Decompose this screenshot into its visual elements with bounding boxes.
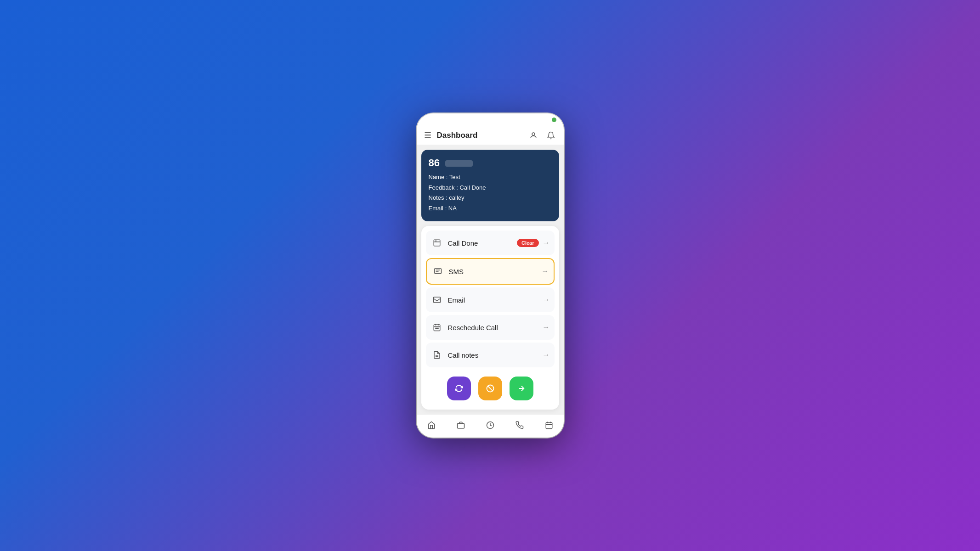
email-label: Email bbox=[448, 296, 543, 304]
phone-frame: ☰ Dashboard 86 Name : Test bbox=[417, 113, 564, 438]
reschedule-label: Reschedule Call bbox=[448, 324, 543, 332]
svg-point-0 bbox=[532, 133, 535, 135]
call-done-icon bbox=[431, 236, 443, 249]
nav-title: Dashboard bbox=[437, 131, 528, 140]
option-email[interactable]: Email → bbox=[426, 287, 555, 312]
cancel-button[interactable] bbox=[478, 377, 502, 400]
nav-history[interactable] bbox=[482, 419, 499, 431]
nav-phone[interactable] bbox=[511, 419, 528, 431]
option-call-done[interactable]: Call Done Clear → bbox=[426, 231, 555, 255]
call-done-label: Call Done bbox=[448, 239, 517, 247]
bell-icon[interactable] bbox=[545, 130, 556, 141]
menu-icon[interactable]: ☰ bbox=[424, 130, 431, 141]
bottom-nav bbox=[417, 414, 564, 438]
svg-rect-1 bbox=[434, 240, 440, 246]
status-bar bbox=[417, 113, 564, 126]
option-call-notes[interactable]: Call notes → bbox=[426, 343, 555, 367]
call-notes-arrow: → bbox=[543, 351, 550, 359]
sms-arrow: → bbox=[542, 267, 549, 276]
nav-briefcase[interactable] bbox=[452, 419, 470, 431]
email-icon bbox=[431, 293, 443, 306]
info-email: Email : NA bbox=[429, 204, 552, 213]
info-name: Name : Test bbox=[429, 173, 552, 182]
reschedule-icon bbox=[431, 321, 443, 334]
email-arrow: → bbox=[543, 296, 550, 304]
refresh-button[interactable] bbox=[447, 377, 471, 400]
option-sms[interactable]: SMS → bbox=[426, 258, 555, 285]
next-button[interactable] bbox=[510, 377, 533, 400]
call-notes-label: Call notes bbox=[448, 351, 543, 359]
svg-line-8 bbox=[487, 386, 493, 391]
sms-label: SMS bbox=[449, 268, 542, 276]
profile-icon[interactable] bbox=[528, 130, 539, 141]
svg-rect-10 bbox=[457, 423, 464, 428]
reschedule-arrow: → bbox=[543, 323, 550, 332]
info-card: 86 Name : Test Feedback : Call Done Note… bbox=[421, 150, 559, 221]
status-indicator bbox=[552, 118, 556, 122]
svg-rect-3 bbox=[433, 297, 440, 303]
nav-calendar[interactable] bbox=[540, 419, 558, 431]
info-feedback: Feedback : Call Done bbox=[429, 183, 552, 192]
option-reschedule[interactable]: Reschedule Call → bbox=[426, 315, 555, 340]
contact-number: 86 bbox=[429, 157, 552, 169]
action-buttons-row bbox=[426, 370, 555, 405]
call-done-arrow: → bbox=[543, 239, 550, 247]
sms-icon bbox=[431, 265, 444, 278]
nav-icons bbox=[528, 130, 556, 141]
info-notes: Notes : calley bbox=[429, 193, 552, 202]
nav-home[interactable] bbox=[423, 419, 440, 431]
clear-badge[interactable]: Clear bbox=[517, 239, 539, 247]
svg-rect-12 bbox=[546, 422, 552, 429]
blurred-number bbox=[445, 160, 473, 167]
nav-bar: ☰ Dashboard bbox=[417, 126, 564, 145]
call-notes-icon bbox=[431, 349, 443, 361]
options-panel: Call Done Clear → SMS → Email bbox=[421, 226, 559, 410]
